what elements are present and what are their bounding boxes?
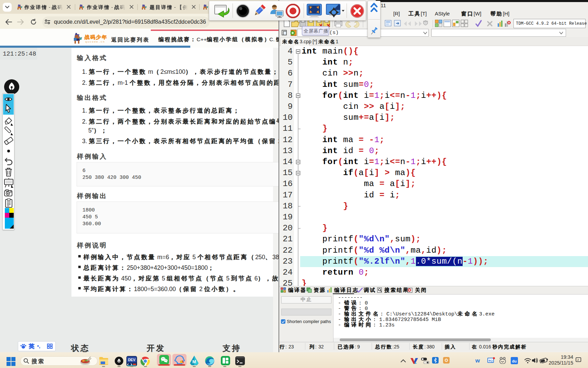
svg-text:du: du xyxy=(512,359,517,363)
svg-text:BQ: BQ xyxy=(489,359,493,362)
svg-text:Z: Z xyxy=(577,358,579,361)
svg-text:M: M xyxy=(192,359,196,364)
svg-text:DEV: DEV xyxy=(128,358,136,362)
